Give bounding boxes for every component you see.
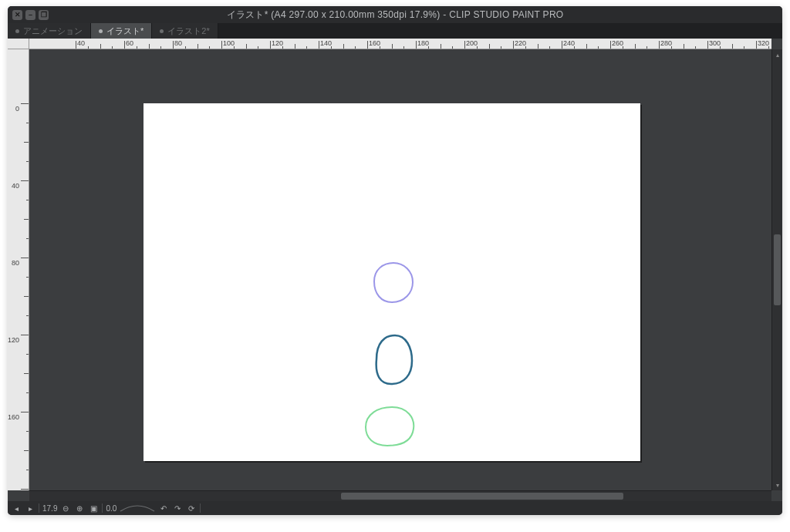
ruler-label: 40	[12, 182, 19, 190]
tab-illust[interactable]: イラスト*	[91, 23, 152, 39]
status-bar: ◂ ▸ 17.9 ⊖ ⊕ ▣ 0.0 ↶ ↷ ⟳	[8, 501, 782, 515]
titlebar: ✕ – ❐ イラスト* (A4 297.00 x 210.00mm 350dpi…	[8, 6, 782, 23]
fit-screen-icon[interactable]: ▣	[88, 503, 99, 513]
nav-next-icon[interactable]: ▸	[25, 503, 35, 513]
scroll-thumb-v[interactable]	[774, 234, 781, 305]
scrollbar-horizontal[interactable]	[29, 490, 771, 501]
tab-illust2[interactable]: イラスト2*	[152, 23, 218, 39]
workspace: 4060801001201401601802002202402602803003…	[8, 39, 782, 501]
tab-label: アニメーション	[23, 25, 83, 37]
drawn-shape-green	[366, 407, 414, 446]
ruler-label: 60	[126, 39, 133, 47]
rotate-left-icon[interactable]: ↶	[158, 503, 169, 513]
ruler-corner	[8, 39, 29, 49]
tab-animation[interactable]: アニメーション	[8, 23, 91, 39]
scroll-thumb-h[interactable]	[341, 493, 623, 500]
tab-bar: アニメーション イラスト* イラスト2*	[8, 23, 782, 39]
ruler-label: 160	[8, 413, 19, 421]
zoom-in-icon[interactable]: ⊕	[74, 503, 85, 513]
tab-label: イラスト*	[106, 25, 143, 37]
ruler-label: 120	[8, 336, 19, 344]
canvas[interactable]	[143, 103, 640, 461]
ruler-label: 0	[15, 105, 19, 113]
canvas-viewport[interactable]	[29, 49, 771, 490]
close-button[interactable]: ✕	[12, 10, 22, 20]
zoom-value: 17.9	[42, 504, 57, 513]
ruler-label: 80	[174, 39, 182, 47]
ruler-label: 40	[77, 39, 85, 47]
reset-icon[interactable]: ⟳	[186, 503, 197, 513]
nav-prev-icon[interactable]: ◂	[11, 503, 22, 513]
drawn-shape-teal	[376, 335, 412, 384]
rotation-slider[interactable]	[120, 503, 155, 513]
scroll-down-icon[interactable]: ▾	[772, 480, 782, 490]
tab-label: イラスト2*	[167, 25, 209, 37]
app-window: ✕ – ❐ イラスト* (A4 297.00 x 210.00mm 350dpi…	[8, 6, 782, 515]
rotate-right-icon[interactable]: ↷	[172, 503, 183, 513]
maximize-button[interactable]: ❐	[39, 10, 49, 20]
rotation-value: 0.0	[106, 504, 116, 513]
ruler-label: 80	[12, 259, 19, 267]
ruler-horizontal[interactable]: 4060801001201401601802002202402602803003…	[29, 39, 771, 49]
ruler-vertical[interactable]: 04080120160200	[8, 49, 29, 490]
drawn-shape-purple	[374, 263, 413, 302]
zoom-out-icon[interactable]: ⊖	[60, 503, 71, 513]
window-title: イラスト* (A4 297.00 x 210.00mm 350dpi 17.9%…	[8, 8, 782, 22]
scroll-up-icon[interactable]: ▴	[772, 49, 782, 60]
minimize-button[interactable]: –	[25, 10, 35, 20]
scrollbar-vertical[interactable]: ▴ ▾	[771, 49, 782, 490]
